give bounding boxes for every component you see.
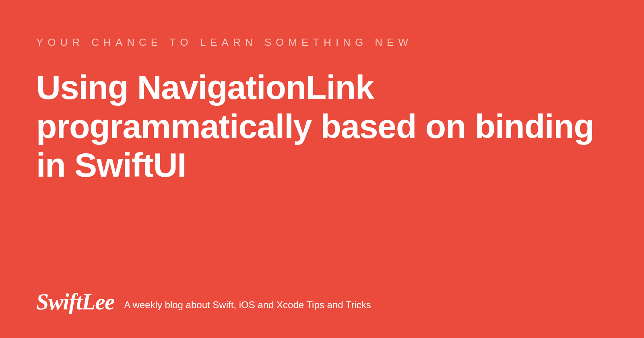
main-content: YOUR CHANCE TO LEARN SOMETHING NEW Using… [0, 0, 644, 185]
eyebrow-text: YOUR CHANCE TO LEARN SOMETHING NEW [36, 36, 608, 49]
footer: SwiftLee A weekly blog about Swift, iOS … [36, 291, 371, 315]
site-logo: SwiftLee [36, 291, 114, 315]
article-title: Using NavigationLink programmatically ba… [36, 68, 608, 185]
site-tagline: A weekly blog about Swift, iOS and Xcode… [124, 299, 371, 315]
